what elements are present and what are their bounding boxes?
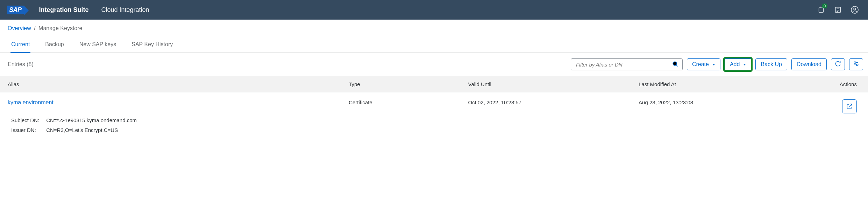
breadcrumb-current: Manage Keystore [38, 25, 82, 31]
svg-point-10 [856, 64, 858, 66]
svg-line-8 [676, 65, 678, 66]
tab-backup[interactable]: Backup [44, 38, 64, 53]
search-icon[interactable] [672, 61, 679, 69]
issuer-dn-row: Issuer DN: CN=R3,O=Let's Encrypt,C=US [11, 125, 860, 135]
col-actions: Actions [792, 81, 860, 87]
notification-badge: 0 [822, 4, 827, 8]
col-type[interactable]: Type [349, 81, 468, 87]
tab-bar: Current Backup New SAP keys SAP Key Hist… [0, 34, 868, 53]
product-title: Integration Suite [39, 6, 89, 14]
tab-current[interactable]: Current [10, 38, 30, 53]
breadcrumb-sep: / [34, 25, 35, 31]
refresh-button[interactable] [831, 58, 845, 70]
download-button[interactable]: Download [791, 58, 827, 70]
sap-logo-text: SAP [7, 6, 24, 14]
breadcrumb-root[interactable]: Overview [8, 25, 31, 31]
create-button[interactable]: Create [687, 58, 720, 70]
subject-dn-value: CN=*.c-1e90315.kyma.ondemand.com [46, 117, 137, 123]
col-last-modified[interactable]: Last Modified At [639, 81, 792, 87]
backup-label: Back Up [761, 61, 782, 68]
entries-count: Entries (8) [8, 61, 567, 68]
search-field[interactable] [571, 58, 683, 70]
news-button[interactable] [832, 4, 844, 16]
cell-last-modified: Aug 23, 2022, 13:23:08 [639, 99, 792, 105]
alias-link[interactable]: kyma environment [8, 99, 54, 105]
cell-actions [792, 99, 860, 113]
svg-point-6 [854, 8, 856, 10]
col-alias[interactable]: Alias [8, 81, 349, 87]
add-button[interactable]: Add [725, 58, 751, 70]
col-valid-until[interactable]: Valid Until [468, 81, 639, 87]
tab-new-sap-keys[interactable]: New SAP keys [79, 38, 117, 53]
issuer-dn-label: Issuer DN: [11, 125, 45, 135]
add-label: Add [730, 61, 740, 68]
search-input[interactable] [576, 62, 672, 68]
settings-button[interactable] [849, 58, 863, 70]
svg-point-9 [854, 62, 856, 63]
cell-alias: kyma environment [8, 99, 349, 106]
subject-dn-row: Subject DN: CN=*.c-1e90315.kyma.ondemand… [11, 115, 860, 125]
create-label: Create [692, 61, 709, 68]
breadcrumb: Overview / Manage Keystore [0, 20, 868, 34]
export-button[interactable] [842, 99, 857, 113]
subject-dn-label: Subject DN: [11, 115, 45, 125]
cell-valid-until: Oct 02, 2022, 10:23:57 [468, 99, 639, 105]
chevron-down-icon [712, 64, 715, 65]
shellbar: SAP Integration Suite Cloud Integration … [0, 0, 868, 20]
backup-button[interactable]: Back Up [755, 58, 787, 70]
settings-icon [853, 60, 860, 69]
tab-sap-key-history[interactable]: SAP Key History [131, 38, 173, 53]
notifications-button[interactable]: 0 [815, 4, 827, 16]
cell-type: Certificate [349, 99, 468, 105]
refresh-icon [834, 60, 841, 69]
chevron-down-icon [743, 64, 746, 65]
dn-block: Subject DN: CN=*.c-1e90315.kyma.ondemand… [0, 113, 868, 135]
issuer-dn-value: CN=R3,O=Let's Encrypt,C=US [46, 127, 118, 133]
svg-point-7 [673, 62, 677, 65]
download-label: Download [797, 61, 821, 68]
sap-logo: SAP [7, 6, 24, 14]
toolbar: Entries (8) Create Add Back Up Download [0, 53, 868, 76]
product-subtitle: Cloud Integration [101, 6, 149, 14]
user-button[interactable] [848, 4, 861, 16]
table-header: Alias Type Valid Until Last Modified At … [0, 76, 868, 92]
table-row: kyma environment Certificate Oct 02, 202… [0, 92, 868, 113]
